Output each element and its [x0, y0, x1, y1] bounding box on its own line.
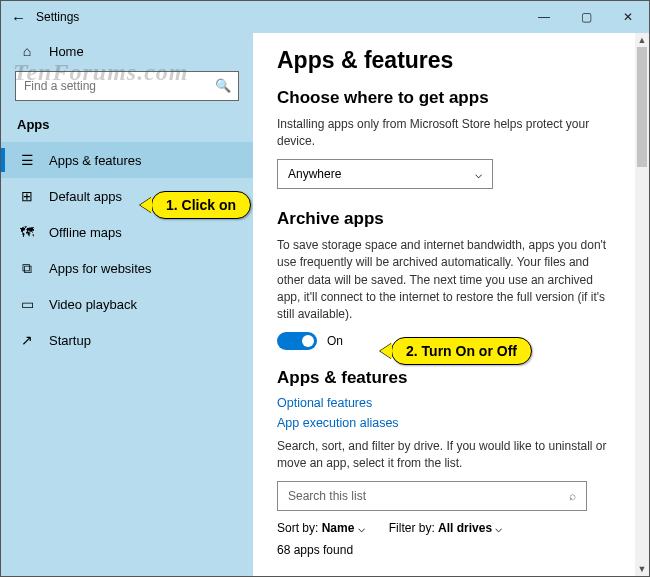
search-input[interactable] — [15, 71, 239, 101]
app-count: 68 apps found — [277, 543, 611, 557]
settings-window: ← Settings — ▢ ✕ ⌂ Home 🔍 Apps ☰ A — [0, 0, 650, 577]
sidebar-item-video-playback[interactable]: ▭ Video playback — [1, 286, 253, 322]
search-icon: 🔍 — [215, 78, 231, 93]
choose-desc: Installing apps only from Microsoft Stor… — [277, 116, 611, 151]
toggle-knob — [302, 335, 314, 347]
dropdown-value: Anywhere — [288, 167, 341, 181]
callout-1: 1. Click on — [151, 191, 251, 219]
chevron-down-icon: ⌵ — [495, 521, 502, 535]
chevron-down-icon: ⌵ — [358, 521, 365, 535]
sidebar-item-apps-for-websites[interactable]: ⧉ Apps for websites — [1, 250, 253, 286]
scroll-up-icon[interactable]: ▲ — [635, 33, 649, 47]
sort-value: Name — [322, 521, 355, 535]
back-icon[interactable]: ← — [11, 9, 26, 26]
window-title: Settings — [36, 10, 79, 24]
optional-features-link[interactable]: Optional features — [277, 396, 611, 410]
main-panel: Apps & features Choose where to get apps… — [253, 33, 649, 576]
sidebar-item-label: Apps & features — [49, 153, 142, 168]
minimize-button[interactable]: — — [523, 1, 565, 33]
sidebar-item-offline-maps[interactable]: 🗺 Offline maps — [1, 214, 253, 250]
content-area: ⌂ Home 🔍 Apps ☰ Apps & features ⊞ Defaul… — [1, 33, 649, 576]
filter-label: Filter by: — [389, 521, 435, 535]
close-button[interactable]: ✕ — [607, 1, 649, 33]
sidebar-item-label: Offline maps — [49, 225, 122, 240]
home-icon: ⌂ — [19, 43, 35, 59]
choose-heading: Choose where to get apps — [277, 88, 611, 108]
app-source-dropdown[interactable]: Anywhere ⌵ — [277, 159, 493, 189]
titlebar: ← Settings — ▢ ✕ — [1, 1, 649, 33]
sidebar-item-label: Video playback — [49, 297, 137, 312]
maximize-button[interactable]: ▢ — [565, 1, 607, 33]
defaults-icon: ⊞ — [19, 188, 35, 204]
toggle-state-label: On — [327, 334, 343, 348]
features-heading: Apps & features — [277, 368, 611, 388]
web-icon: ⧉ — [19, 260, 35, 276]
sort-control[interactable]: Sort by: Name ⌵ — [277, 521, 365, 535]
page-title: Apps & features — [277, 47, 611, 74]
search-apps-input[interactable]: Search this list ⌕ — [277, 481, 587, 511]
sidebar-section-heading: Apps — [1, 115, 253, 142]
scroll-thumb[interactable] — [637, 47, 647, 167]
list-icon: ☰ — [19, 152, 35, 168]
chevron-down-icon: ⌵ — [475, 167, 482, 181]
filter-control[interactable]: Filter by: All drives ⌵ — [389, 521, 503, 535]
sidebar: ⌂ Home 🔍 Apps ☰ Apps & features ⊞ Defaul… — [1, 33, 253, 576]
archive-desc: To save storage space and internet bandw… — [277, 237, 611, 324]
video-icon: ▭ — [19, 296, 35, 312]
sidebar-item-apps-features[interactable]: ☰ Apps & features — [1, 142, 253, 178]
filter-value: All drives — [438, 521, 492, 535]
features-desc: Search, sort, and filter by drive. If yo… — [277, 438, 611, 473]
sidebar-item-label: Default apps — [49, 189, 122, 204]
scrollbar[interactable]: ▲ ▼ — [635, 33, 649, 576]
home-nav[interactable]: ⌂ Home — [1, 35, 253, 71]
sidebar-item-label: Apps for websites — [49, 261, 152, 276]
archive-toggle[interactable] — [277, 332, 317, 350]
scroll-down-icon[interactable]: ▼ — [635, 562, 649, 576]
search-icon: ⌕ — [569, 489, 576, 503]
search-apps-placeholder: Search this list — [288, 489, 366, 503]
archive-heading: Archive apps — [277, 209, 611, 229]
sort-label: Sort by: — [277, 521, 318, 535]
sidebar-item-startup[interactable]: ↗ Startup — [1, 322, 253, 358]
callout-2: 2. Turn On or Off — [391, 337, 532, 365]
startup-icon: ↗ — [19, 332, 35, 348]
sidebar-item-label: Startup — [49, 333, 91, 348]
home-label: Home — [49, 44, 84, 59]
app-execution-aliases-link[interactable]: App execution aliases — [277, 416, 611, 430]
map-icon: 🗺 — [19, 224, 35, 240]
